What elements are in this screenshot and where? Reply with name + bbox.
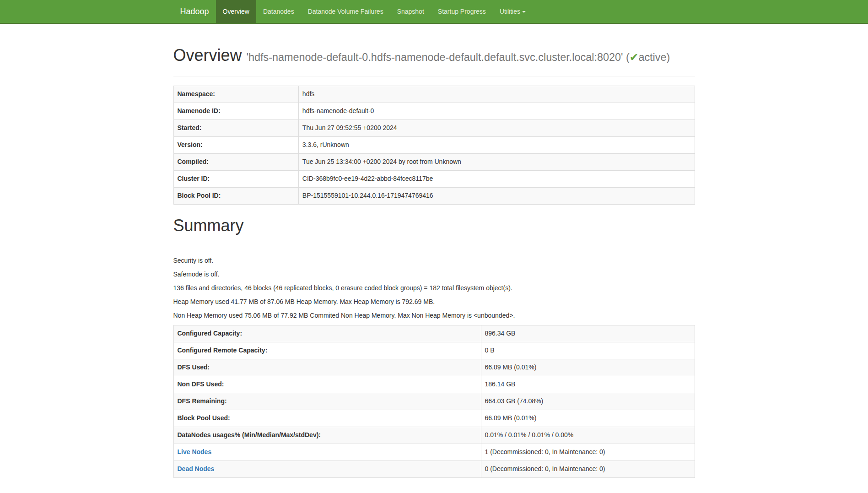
row-label: Cluster ID: bbox=[173, 171, 298, 188]
filesystem-objects: 136 files and directories, 46 blocks (46… bbox=[173, 284, 695, 293]
row-value: 0.01% / 0.01% / 0.01% / 0.00% bbox=[481, 427, 695, 444]
row-value: Thu Jun 27 09:52:55 +0200 2024 bbox=[298, 120, 695, 137]
row-label: Version: bbox=[173, 137, 298, 154]
row-label: Live Nodes bbox=[173, 444, 481, 460]
nav-item-snapshot[interactable]: Snapshot bbox=[390, 0, 431, 23]
row-value: hdfs bbox=[298, 86, 695, 103]
row-label: Started: bbox=[173, 120, 298, 137]
row-label: DFS Remaining: bbox=[173, 393, 481, 410]
page-subtitle: 'hdfs-namenode-default-0.hdfs-namenode-d… bbox=[247, 51, 670, 63]
table-row-cluster-id: Cluster ID: CID-368b9fc0-ee19-4d22-abbd-… bbox=[173, 171, 695, 188]
table-row-dfs-remaining: DFS Remaining: 664.03 GB (74.08%) bbox=[173, 393, 695, 410]
state-open-paren: ( bbox=[626, 51, 630, 63]
table-row-compiled: Compiled: Tue Jun 25 13:34:00 +0200 2024… bbox=[173, 154, 695, 171]
navbar-brand[interactable]: Hadoop bbox=[173, 0, 216, 23]
state-close-paren: ) bbox=[666, 51, 670, 63]
page-title-text: Overview bbox=[173, 46, 242, 65]
table-row-block-pool-id: Block Pool ID: BP-1515559101-10.244.0.16… bbox=[173, 188, 695, 205]
row-label: Configured Capacity: bbox=[173, 325, 481, 342]
namenode-state: (✔active) bbox=[626, 52, 670, 63]
table-row-datanodes-usages: DataNodes usages% (Min/Median/Max/stdDev… bbox=[173, 427, 695, 444]
table-row-dead-nodes: Dead Nodes 0 (Decommissioned: 0, In Main… bbox=[173, 460, 695, 477]
row-value: 896.34 GB bbox=[481, 325, 695, 342]
dead-nodes-link[interactable]: Dead Nodes bbox=[178, 465, 215, 472]
nav-link-snapshot[interactable]: Snapshot bbox=[390, 0, 431, 23]
heap-memory: Heap Memory used 41.77 MB of 87.06 MB He… bbox=[173, 298, 695, 307]
live-nodes-link[interactable]: Live Nodes bbox=[178, 448, 212, 455]
row-value: 66.09 MB (0.01%) bbox=[481, 359, 695, 376]
divider bbox=[173, 76, 695, 76]
row-label: DFS Used: bbox=[173, 359, 481, 376]
nav-item-utilities[interactable]: Utilities bbox=[493, 0, 533, 23]
non-heap-memory: Non Heap Memory used 75.06 MB of 77.92 M… bbox=[173, 311, 695, 320]
table-row-version: Version: 3.3.6, rUnknown bbox=[173, 137, 695, 154]
caret-down-icon bbox=[522, 11, 526, 13]
namenode-info-table: Namespace: hdfs Namenode ID: hdfs-nameno… bbox=[173, 86, 695, 205]
main-content: Overview 'hdfs-namenode-default-0.hdfs-n… bbox=[167, 43, 702, 478]
row-value: 3.3.6, rUnknown bbox=[298, 137, 695, 154]
row-value: Tue Jun 25 13:34:00 +0200 2024 by root f… bbox=[298, 154, 695, 171]
summary-stats-table: Configured Capacity: 896.34 GB Configure… bbox=[173, 325, 695, 478]
navbar: Hadoop Overview Datanodes Datanode Volum… bbox=[0, 0, 868, 24]
nav-item-startup-progress[interactable]: Startup Progress bbox=[431, 0, 493, 23]
safemode-status: Safemode is off. bbox=[173, 270, 695, 279]
row-value: 0 B bbox=[481, 342, 695, 359]
security-status: Security is off. bbox=[173, 256, 695, 265]
row-label: Block Pool Used: bbox=[173, 410, 481, 427]
nav-link-startup-progress[interactable]: Startup Progress bbox=[431, 0, 493, 23]
row-label: Namespace: bbox=[173, 86, 298, 103]
table-row-live-nodes: Live Nodes 1 (Decommissioned: 0, In Main… bbox=[173, 444, 695, 460]
table-row-started: Started: Thu Jun 27 09:52:55 +0200 2024 bbox=[173, 120, 695, 137]
check-icon: ✔ bbox=[630, 51, 639, 63]
nav-item-datanodes[interactable]: Datanodes bbox=[256, 0, 301, 23]
row-label: Block Pool ID: bbox=[173, 188, 298, 205]
divider bbox=[173, 247, 695, 247]
state-label: active bbox=[638, 51, 666, 63]
row-value: 186.14 GB bbox=[481, 376, 695, 393]
row-value: CID-368b9fc0-ee19-4d22-abbd-84fcec8117be bbox=[298, 171, 695, 188]
page-title: Overview 'hdfs-namenode-default-0.hdfs-n… bbox=[173, 43, 695, 67]
table-row-block-pool-used: Block Pool Used: 66.09 MB (0.01%) bbox=[173, 410, 695, 427]
nav-link-datanodes[interactable]: Datanodes bbox=[256, 0, 301, 23]
summary-heading: Summary bbox=[173, 214, 695, 237]
nav-link-overview[interactable]: Overview bbox=[216, 0, 256, 23]
nav-link-utilities-label: Utilities bbox=[500, 8, 520, 15]
table-row-namespace: Namespace: hdfs bbox=[173, 86, 695, 103]
nav-link-datanode-volume-failures[interactable]: Datanode Volume Failures bbox=[301, 0, 390, 23]
nav-item-overview[interactable]: Overview bbox=[216, 0, 256, 23]
summary-text: Security is off. Safemode is off. 136 fi… bbox=[173, 256, 695, 320]
row-value: 664.03 GB (74.08%) bbox=[481, 393, 695, 410]
row-value: BP-1515559101-10.244.0.16-1719474769416 bbox=[298, 188, 695, 205]
row-value: hdfs-namenode-default-0 bbox=[298, 103, 695, 120]
row-label: Compiled: bbox=[173, 154, 298, 171]
table-row-configured-capacity: Configured Capacity: 896.34 GB bbox=[173, 325, 695, 342]
row-label: Dead Nodes bbox=[173, 460, 481, 477]
row-value: 0 (Decommissioned: 0, In Maintenance: 0) bbox=[481, 460, 695, 477]
namenode-address: 'hdfs-namenode-default-0.hdfs-namenode-d… bbox=[247, 51, 623, 63]
row-label: Non DFS Used: bbox=[173, 376, 481, 393]
navbar-menu: Overview Datanodes Datanode Volume Failu… bbox=[216, 0, 533, 23]
nav-link-utilities-dropdown[interactable]: Utilities bbox=[493, 0, 533, 23]
row-label: Configured Remote Capacity: bbox=[173, 342, 481, 359]
table-row-dfs-used: DFS Used: 66.09 MB (0.01%) bbox=[173, 359, 695, 376]
row-label: DataNodes usages% (Min/Median/Max/stdDev… bbox=[173, 427, 481, 444]
table-row-namenode-id: Namenode ID: hdfs-namenode-default-0 bbox=[173, 103, 695, 120]
row-label: Namenode ID: bbox=[173, 103, 298, 120]
row-value: 66.09 MB (0.01%) bbox=[481, 410, 695, 427]
table-row-configured-remote-capacity: Configured Remote Capacity: 0 B bbox=[173, 342, 695, 359]
table-row-non-dfs-used: Non DFS Used: 186.14 GB bbox=[173, 376, 695, 393]
nav-item-datanode-volume-failures[interactable]: Datanode Volume Failures bbox=[301, 0, 390, 23]
row-value: 1 (Decommissioned: 0, In Maintenance: 0) bbox=[481, 444, 695, 460]
